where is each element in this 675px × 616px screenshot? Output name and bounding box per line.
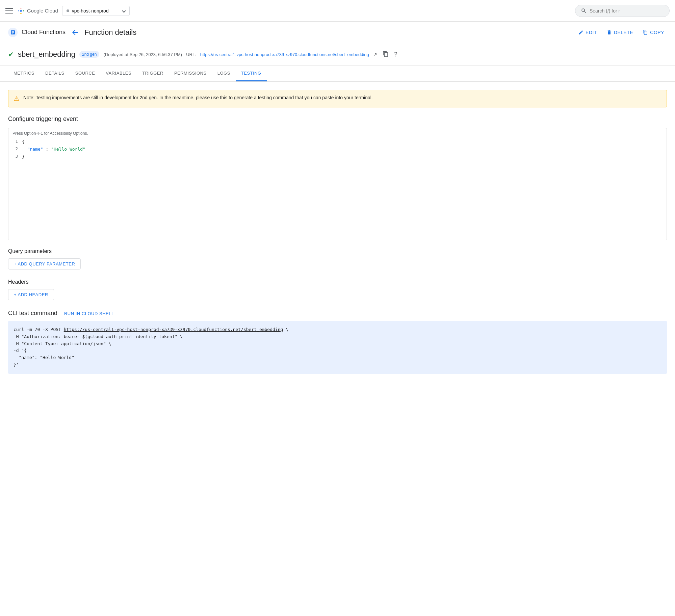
- tab-metrics[interactable]: METRICS: [8, 66, 40, 81]
- copy-label: COPY: [650, 30, 664, 35]
- cli-line-3: -H "Content-Type: application/json" \: [14, 340, 661, 348]
- project-dot: [67, 9, 69, 12]
- line-content-1: {: [22, 138, 667, 145]
- add-header-label: + ADD HEADER: [14, 292, 48, 297]
- google-cloud-logo: Google Cloud: [17, 7, 58, 15]
- tab-details[interactable]: DETAILS: [40, 66, 70, 81]
- warning-icon: ⚠: [14, 95, 19, 102]
- code-line-2: 2 "name" : "Hello World": [8, 146, 667, 153]
- run-cloud-shell-button[interactable]: RUN IN CLOUD SHELL: [64, 311, 114, 316]
- edit-label: EDIT: [586, 30, 597, 35]
- function-url[interactable]: https://us-central1-vpc-host-nonprod-xa7…: [200, 52, 369, 57]
- line-num-3: 3: [8, 153, 22, 159]
- line-content-2: "name" : "Hello World": [22, 146, 667, 152]
- cli-line-4: -d '{: [14, 347, 661, 354]
- delete-label: DELETE: [614, 30, 633, 35]
- code-line-3: 3 }: [8, 153, 667, 161]
- function-name: sbert_embedding: [18, 50, 75, 59]
- edit-button[interactable]: EDIT: [575, 28, 600, 37]
- deploy-info: (Deployed at Sep 26, 2023, 6:56:37 PM): [103, 52, 182, 57]
- line-content-3: }: [22, 153, 667, 160]
- google-cloud-icon: [17, 7, 25, 15]
- tab-logs[interactable]: LOGS: [212, 66, 236, 81]
- svg-point-0: [20, 10, 22, 12]
- code-line-1: 1 {: [8, 138, 667, 146]
- cli-line-6: }': [14, 361, 661, 368]
- headers-title: Headers: [8, 279, 667, 285]
- code-value: "Hello World": [51, 147, 85, 152]
- chevron-down-icon: [122, 9, 126, 12]
- query-params-title: Query parameters: [8, 248, 667, 254]
- logo-text: Google Cloud: [27, 8, 58, 14]
- warning-banner: ⚠ Note: Testing improvements are still i…: [8, 90, 667, 107]
- project-name: vpc-host-nonprod: [72, 8, 119, 14]
- code-editor-wrapper: Press Option+F1 for Accessibility Option…: [8, 128, 667, 240]
- cli-section: CLI test command RUN IN CLOUD SHELL curl…: [8, 310, 667, 374]
- main-content: ⚠ Note: Testing improvements are still i…: [0, 82, 675, 391]
- copy-button[interactable]: COPY: [640, 28, 667, 37]
- tab-permissions[interactable]: PERMISSIONS: [169, 66, 212, 81]
- cli-url: https://us-central1-vpc-host-nonprod-xa7…: [64, 327, 283, 332]
- cloud-functions-icon: [8, 28, 18, 37]
- search-bar[interactable]: [575, 5, 670, 17]
- warning-text: Note: Testing improvements are still in …: [23, 95, 373, 100]
- action-buttons: EDIT DELETE COPY: [575, 28, 667, 37]
- status-icon: ✔: [8, 50, 14, 58]
- cli-command-block[interactable]: curl -m 70 -X POST https://us-central1-v…: [8, 321, 667, 374]
- search-input[interactable]: [590, 8, 650, 14]
- query-params-section: Query parameters + ADD QUERY PARAMETER: [8, 248, 667, 270]
- add-query-param-label: + ADD QUERY PARAMETER: [14, 261, 75, 266]
- tab-variables[interactable]: VARIABLES: [100, 66, 137, 81]
- line-num-2: 2: [8, 146, 22, 152]
- page-title: Function details: [84, 28, 136, 37]
- configure-title: Configure triggering event: [8, 116, 667, 123]
- url-copy-icon[interactable]: [383, 51, 389, 58]
- add-query-param-button[interactable]: + ADD QUERY PARAMETER: [8, 258, 81, 270]
- external-link-icon: ↗: [373, 52, 377, 57]
- hamburger-menu[interactable]: [5, 8, 13, 14]
- cli-title: CLI test command: [8, 310, 57, 316]
- delete-button[interactable]: DELETE: [604, 28, 636, 37]
- tab-testing[interactable]: TESTING: [236, 66, 267, 81]
- add-header-button[interactable]: + ADD HEADER: [8, 289, 54, 300]
- top-nav: Google Cloud vpc-host-nonprod: [0, 0, 675, 22]
- secondary-nav: Cloud Functions Function details EDIT DE…: [0, 22, 675, 43]
- cloud-functions-header: Cloud Functions: [8, 28, 66, 37]
- edit-icon: [578, 30, 583, 35]
- back-button[interactable]: [71, 28, 79, 36]
- accessibility-hint: Press Option+F1 for Accessibility Option…: [8, 128, 667, 138]
- help-icon[interactable]: ?: [394, 51, 397, 58]
- function-header: ✔ sbert_embedding 2nd gen (Deployed at S…: [0, 43, 675, 66]
- tabs: METRICS DETAILS SOURCE VARIABLES TRIGGER…: [0, 66, 675, 82]
- line-num-1: 1: [8, 138, 22, 145]
- cli-line-1: curl -m 70 -X POST https://us-central1-v…: [14, 326, 661, 333]
- gen-badge: 2nd gen: [79, 51, 99, 58]
- tab-source[interactable]: SOURCE: [70, 66, 101, 81]
- copy-icon: [643, 30, 648, 35]
- code-key: "name": [27, 147, 43, 152]
- search-icon: [581, 8, 587, 14]
- project-selector[interactable]: vpc-host-nonprod: [62, 6, 130, 16]
- delete-icon: [606, 30, 612, 35]
- tab-trigger[interactable]: TRIGGER: [137, 66, 169, 81]
- headers-section: Headers + ADD HEADER: [8, 279, 667, 300]
- app-name: Cloud Functions: [22, 29, 66, 36]
- cli-line-2: -H "Authorization: bearer $(gcloud auth …: [14, 333, 661, 340]
- code-editor[interactable]: 1 { 2 "name" : "Hello World" 3 }: [8, 138, 667, 240]
- cli-line-5: "name": "Hello World": [14, 354, 661, 361]
- url-label: URL:: [186, 52, 196, 57]
